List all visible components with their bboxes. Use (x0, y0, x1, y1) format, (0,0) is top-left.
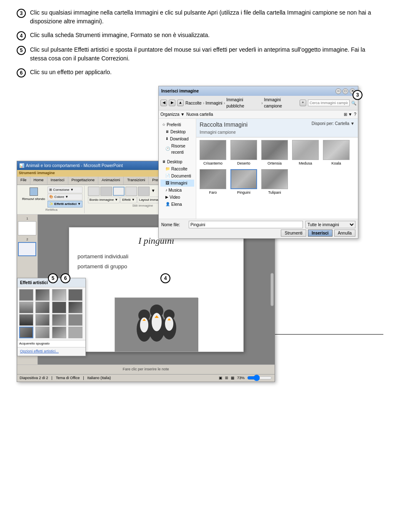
dialog-maximize-btn[interactable]: □ (342, 88, 348, 94)
img-pinguini[interactable] (230, 169, 257, 189)
stile-more-btn[interactable]: ▼ (150, 187, 156, 196)
effect-thumb-13[interactable] (19, 327, 33, 338)
view-icons[interactable]: ⊞ ▼ (344, 111, 352, 117)
label-tulipani: Tulipani (268, 190, 281, 196)
stile-img-5[interactable] (138, 187, 150, 196)
up-btn[interactable]: ▲ (177, 100, 184, 106)
tab-file[interactable]: File (17, 177, 30, 185)
slide-mini-2[interactable] (18, 242, 36, 256)
sidebar-item-desktop-2[interactable]: 🖥 Desktop (160, 158, 194, 165)
correzione-btn[interactable]: ⊞ Correzione ▼ (48, 187, 82, 193)
tab-home[interactable]: Home (30, 177, 48, 185)
zoom-slider[interactable] (247, 376, 272, 380)
strumenti-button[interactable]: Strumenti (281, 230, 306, 237)
effect-thumb-9[interactable] (19, 314, 33, 326)
stile-img-2[interactable] (100, 187, 112, 196)
effect-thumb-5[interactable] (19, 302, 33, 313)
effect-thumb-11[interactable] (52, 314, 66, 326)
breadcrumb-immagini[interactable]: Immagini (205, 100, 222, 106)
effetti-artistici-btn[interactable]: ✨ Effetti artistici ▼ (48, 201, 82, 207)
stile-img-1[interactable] (88, 187, 100, 196)
disponi-per[interactable]: Disponi per: Cartella ▼ (312, 120, 355, 127)
organizza-btn[interactable]: Organizza ▼ (160, 111, 185, 117)
thumb-ortensia[interactable]: Ortensia (260, 140, 289, 167)
effect-thumb-3[interactable] (52, 289, 66, 301)
thumb-faro[interactable]: Faro (199, 169, 227, 196)
view-reading-btn[interactable]: ▦ (231, 375, 235, 381)
slide-thumb-1[interactable]: 1 (18, 216, 37, 235)
filetype-select[interactable]: Tutte le immagini (305, 221, 355, 228)
effect-thumb-14[interactable] (35, 327, 50, 338)
thumb-koala[interactable]: Koala (322, 140, 350, 167)
stile-img-3[interactable] (113, 187, 125, 196)
colore-btn[interactable]: 🎨 Colore ▼ (48, 194, 82, 200)
sidebar-item-raccolte[interactable]: 📁 Raccolte (160, 165, 194, 172)
label-pinguini: Pinguini (237, 190, 250, 196)
thumb-crisantemo[interactable]: Crisantemo (199, 140, 227, 167)
sidebar-item-preferiti[interactable]: ☆ Preferiti (160, 121, 194, 128)
opzioni-effetti-link[interactable]: Opzioni effetti artistici... (18, 347, 85, 356)
note-area[interactable]: Fare clic per inserire le note (17, 365, 275, 374)
breadcrumb-immagini-campione[interactable]: Immagini campione (264, 97, 298, 109)
img-crisantemo[interactable] (200, 140, 226, 160)
effect-thumb-16[interactable] (68, 327, 82, 338)
effect-thumb-7[interactable] (52, 302, 66, 313)
effect-thumb-12[interactable] (68, 314, 82, 326)
thumb-pinguini[interactable]: Pinguini (230, 169, 258, 196)
bordo-immagine-btn[interactable]: Bordo immagine ▼ (88, 197, 120, 203)
annulla-button[interactable]: Annulla (334, 230, 355, 237)
sidebar-item-video[interactable]: ▶ Video (160, 194, 194, 201)
search-icon[interactable]: 🔍 (351, 100, 356, 106)
slide-mini-1[interactable] (18, 221, 36, 235)
img-medusa[interactable] (292, 140, 319, 160)
img-deserto[interactable] (230, 140, 257, 160)
nuova-cartella-btn[interactable]: Nuova cartella (186, 111, 213, 117)
forward-btn[interactable]: ▶ (169, 100, 175, 106)
effetti-btn[interactable]: Effetti ▼ (120, 197, 136, 203)
tab-transizioni[interactable]: Transizioni (124, 177, 149, 185)
img-faro[interactable] (200, 169, 226, 189)
sidebar-item-download[interactable]: ⬇ Download (160, 135, 194, 142)
breadcrumb-raccolte[interactable]: Raccolte (185, 100, 202, 106)
view-slide-btn[interactable]: ⊞ (225, 375, 228, 381)
effect-thumb-2[interactable] (35, 289, 50, 301)
thumb-deserto[interactable]: Deserto (230, 140, 258, 167)
sidebar-item-desktop-1[interactable]: 🖥 Desktop (160, 128, 194, 135)
effect-thumb-1[interactable] (19, 289, 33, 301)
sidebar-label-desktop-2: Desktop (167, 159, 182, 165)
sidebar-item-elena[interactable]: 👤 Elena (160, 201, 194, 208)
rimuovi-sfondo-btn[interactable]: Rimuovi sfondo (20, 187, 47, 202)
search-input[interactable] (308, 100, 350, 106)
help-icon[interactable]: ? (354, 111, 356, 117)
thumb-medusa[interactable]: Medusa (291, 140, 320, 167)
tab-progettazione[interactable]: Progettazione (68, 177, 99, 185)
view-normal-btn[interactable]: ▣ (219, 375, 222, 381)
img-tulipani[interactable] (261, 169, 288, 189)
sidebar-item-immagini[interactable]: 🖼 Immagini (160, 180, 194, 187)
filename-input[interactable] (189, 221, 303, 228)
effect-thumb-15[interactable] (52, 327, 66, 338)
img-koala[interactable] (323, 140, 350, 160)
slide-image[interactable] (115, 297, 198, 352)
scroll-handle[interactable] (270, 273, 274, 306)
tab-inserisci[interactable]: Inserisci (48, 177, 68, 185)
raccolta-header: Raccolta Immagini Immagini campione Disp… (196, 119, 358, 137)
back-btn[interactable]: ◀ (160, 100, 167, 106)
stile-img-4[interactable] (125, 187, 137, 196)
sidebar-item-musica[interactable]: ♪ Musica (160, 187, 194, 194)
refresh-btn[interactable]: + (300, 100, 306, 106)
dialog-minimize-btn[interactable]: ─ (335, 88, 341, 94)
effect-thumb-8[interactable] (68, 302, 82, 313)
sidebar-item-documenti[interactable]: 📄 Documenti (160, 172, 194, 180)
main-slide[interactable]: I pinguini portamenti individuali portam… (69, 227, 244, 352)
sidebar-item-risorse[interactable]: 🕐 Risorse recenti (160, 142, 194, 156)
effect-thumb-6[interactable] (35, 302, 50, 313)
img-ortensia[interactable] (261, 140, 288, 160)
effect-thumb-4[interactable] (68, 289, 82, 301)
breadcrumb-immagini-pubbliche[interactable]: Immagini pubbliche (226, 97, 260, 109)
thumb-tulipani[interactable]: Tulipani (260, 169, 289, 196)
slide-thumb-2[interactable]: 2 (18, 237, 37, 256)
effect-thumb-10[interactable] (35, 314, 50, 326)
tab-animazioni[interactable]: Animazioni (98, 177, 124, 185)
inserisci-button[interactable]: Inserisci (308, 230, 332, 237)
